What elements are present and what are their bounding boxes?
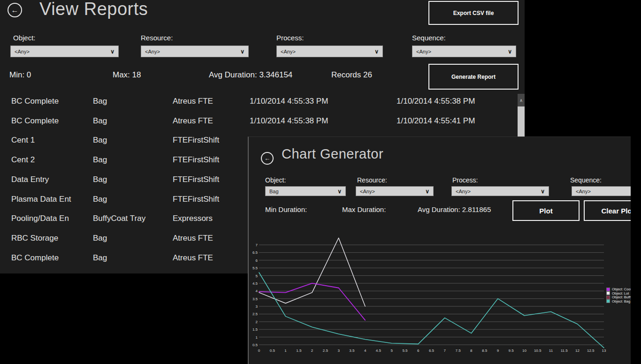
y-axis-tick-label: 7: [256, 243, 258, 247]
table-cell: 1/10/2014 4:55:38 PM: [397, 97, 475, 106]
chevron-down-icon: ∨: [541, 187, 545, 196]
chevron-down-icon: ∨: [508, 46, 512, 57]
table-cell: Atreus FTE: [173, 234, 213, 243]
back-arrow-icon: ←: [11, 7, 19, 14]
table-cell: FTEFirstShift: [173, 155, 219, 165]
table-cell: Cent 2: [11, 155, 35, 165]
x-axis-tick-label: 3.5: [349, 349, 355, 353]
x-axis-tick-label: 1: [284, 349, 287, 353]
resource-label: Resource:: [141, 34, 173, 42]
chevron-down-icon: ∨: [240, 46, 244, 57]
sequence-dropdown[interactable]: <Any>∨: [572, 186, 631, 196]
min-duration-stat: Min Duration:: [265, 205, 307, 213]
max-duration-stat: Max Duration:: [342, 205, 386, 213]
chevron-down-icon: ∨: [425, 187, 429, 196]
process-label: Process:: [276, 34, 304, 42]
avg-duration-stat: Avg Duration: 3.346154: [209, 70, 292, 80]
x-axis-tick-label: 9.5: [509, 349, 514, 353]
object-label: Object:: [13, 34, 36, 42]
table-cell: Data Entry: [11, 175, 49, 184]
table-cell: Bag: [93, 253, 107, 263]
x-axis-tick-label: 13: [602, 349, 606, 353]
y-axis-tick-label: 2.5: [252, 312, 258, 316]
x-axis-tick-label: 0: [258, 349, 260, 353]
y-axis-tick-label: 6: [256, 258, 258, 263]
table-cell: Bag: [93, 155, 107, 165]
table-cell: RBC Storage: [11, 234, 58, 243]
series-line: [259, 238, 365, 306]
duration-line-chart: 0.511.522.533.544.555.566.5700.511.522.5…: [249, 137, 631, 364]
x-axis-tick-label: 8: [470, 349, 473, 353]
x-axis-tick-label: 7: [444, 349, 446, 353]
sequence-dropdown-value: <Any>: [576, 187, 591, 196]
series-line: [259, 273, 604, 348]
resource-dropdown[interactable]: <Any>∨: [356, 186, 434, 196]
table-cell: Pooling/Data En: [11, 214, 69, 223]
sequence-dropdown-value: <Any>: [416, 46, 431, 57]
table-row[interactable]: BC CompleteBagAtreus FTE1/10/2014 4:55:3…: [0, 97, 516, 109]
y-axis-tick-label: 4: [256, 289, 258, 293]
resource-dropdown-value: <Any>: [145, 46, 160, 57]
chart-generator-window: 0.511.522.533.544.555.566.5700.511.522.5…: [248, 136, 631, 364]
x-axis-tick-label: 10.5: [534, 349, 542, 353]
generate-report-button[interactable]: Generate Report: [428, 64, 519, 90]
scrollbar-up-button[interactable]: ∧: [518, 94, 525, 106]
y-axis-tick-label: 1: [256, 335, 258, 340]
resource-dropdown[interactable]: <Any>∨: [141, 46, 249, 57]
chevron-down-icon: ∨: [110, 46, 114, 57]
back-button[interactable]: ←: [8, 3, 22, 17]
process-dropdown-value: <Any>: [456, 187, 471, 196]
x-axis-tick-label: 12.5: [587, 349, 595, 353]
x-axis-tick-label: 9: [497, 349, 499, 353]
table-cell: Bag: [93, 175, 107, 184]
table-cell: Cent 1: [11, 136, 35, 145]
clear-plot-button[interactable]: Clear Plot: [584, 200, 631, 221]
table-cell: Bag: [93, 97, 107, 106]
x-axis-tick-label: 0.5: [270, 349, 275, 353]
table-cell: Bag: [93, 116, 107, 126]
table-cell: 1/10/2014 4:55:41 PM: [397, 116, 475, 126]
min-stat: Min: 0: [9, 70, 31, 80]
table-cell: Atreus FTE: [173, 116, 213, 126]
table-cell: FTEFirstShift: [173, 175, 219, 184]
x-axis-tick-label: 11.5: [561, 349, 568, 353]
series-line: [259, 283, 365, 320]
process-dropdown[interactable]: <Any>∨: [276, 46, 383, 57]
object-dropdown[interactable]: <Any>∨: [10, 46, 119, 57]
y-axis-tick-label: 0.5: [252, 343, 258, 347]
x-axis-tick-label: 6.5: [429, 349, 435, 353]
resource-dropdown-value: <Any>: [360, 187, 375, 196]
x-axis-tick-label: 7.5: [455, 349, 461, 353]
records-count: Records 26: [331, 70, 372, 80]
object-dropdown-value: <Any>: [15, 46, 30, 57]
y-axis-tick-label: 1.5: [252, 327, 258, 332]
table-cell: BuffyCoat Tray: [93, 214, 145, 223]
x-axis-tick-label: 5: [390, 349, 393, 353]
object-dropdown[interactable]: Bag∨: [265, 186, 346, 196]
table-cell: BC Complete: [11, 253, 59, 263]
table-cell: 1/10/2014 4:55:38 PM: [250, 116, 328, 126]
object-label: Object:: [265, 176, 286, 184]
process-label: Process:: [452, 176, 478, 184]
y-axis-tick-label: 5.5: [252, 266, 258, 270]
table-cell: 1/10/2014 4:55:33 PM: [250, 97, 328, 106]
table-cell: BC Complete: [11, 97, 59, 106]
table-row[interactable]: BC CompleteBagAtreus FTE1/10/2014 4:55:3…: [0, 116, 516, 129]
table-cell: Plasma Data Ent: [11, 195, 71, 204]
back-arrow-icon: ←: [264, 155, 270, 161]
x-axis-tick-label: 10: [522, 349, 527, 353]
back-button[interactable]: ←: [261, 152, 274, 165]
plot-button[interactable]: Plot: [512, 200, 580, 221]
process-dropdown[interactable]: <Any>∨: [451, 186, 549, 196]
legend-swatch: [606, 299, 610, 303]
table-cell: BC Complete: [11, 116, 59, 126]
y-axis-tick-label: 3.5: [252, 297, 258, 301]
table-cell: Expressors: [173, 214, 213, 223]
export-csv-button[interactable]: Export CSV file: [428, 1, 519, 25]
sequence-label: Sequence:: [412, 34, 446, 42]
legend-label: Object: Bag: [612, 299, 630, 303]
legend-swatch: [606, 291, 610, 295]
table-cell: FTEFirstShift: [173, 136, 219, 145]
sequence-dropdown[interactable]: <Any>∨: [412, 46, 516, 57]
x-axis-tick-label: 4: [364, 349, 366, 353]
